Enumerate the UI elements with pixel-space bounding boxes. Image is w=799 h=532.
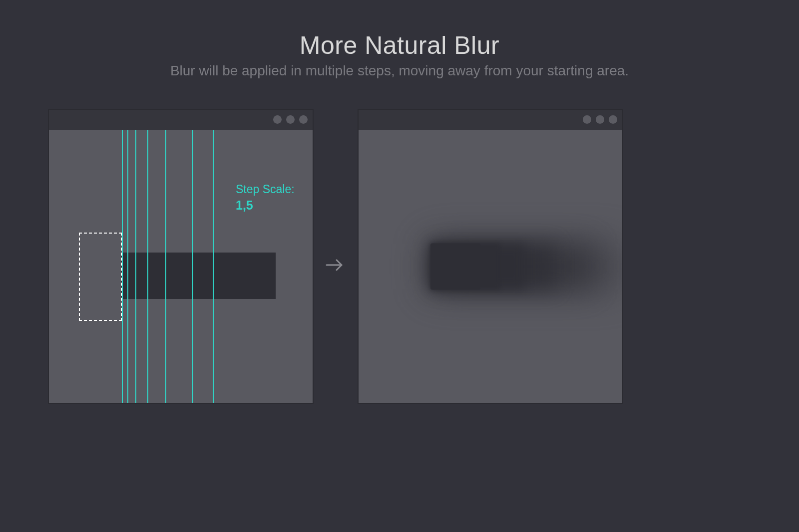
step-line: [165, 130, 166, 403]
step-scale-value: 1,5: [236, 198, 253, 212]
step-scale-label: Step Scale:: [236, 183, 295, 196]
step-line: [192, 130, 193, 403]
window-dot-icon: [609, 115, 617, 124]
arrow-right-icon: [326, 258, 345, 272]
window-dot-icon: [583, 115, 591, 124]
step-scale-readout: Step Scale: 1,5: [236, 182, 295, 214]
page-subtitle: Blur will be applied in multiple steps, …: [0, 63, 799, 79]
window-dot-icon: [299, 115, 308, 124]
source-shape: [121, 253, 276, 299]
before-canvas: Step Scale: 1,5: [49, 130, 313, 403]
blur-result: [359, 130, 622, 403]
window-dot-icon: [286, 115, 295, 124]
step-line: [213, 130, 214, 403]
page-title: More Natural Blur: [0, 31, 799, 60]
before-window: Step Scale: 1,5: [48, 109, 314, 404]
window-controls: [273, 115, 308, 124]
step-line: [127, 130, 128, 403]
window-dot-icon: [596, 115, 604, 124]
step-line: [135, 130, 136, 403]
window-titlebar: [49, 110, 313, 130]
blur-head: [430, 244, 480, 290]
after-canvas: [359, 130, 622, 403]
selection-marquee: [79, 233, 122, 321]
window-dot-icon: [273, 115, 282, 124]
step-line: [122, 130, 123, 403]
window-controls: [583, 115, 617, 124]
after-window: [358, 109, 623, 404]
window-titlebar: [359, 110, 622, 130]
step-line: [147, 130, 148, 403]
diagram-page: More Natural Blur Blur will be applied i…: [0, 0, 799, 532]
